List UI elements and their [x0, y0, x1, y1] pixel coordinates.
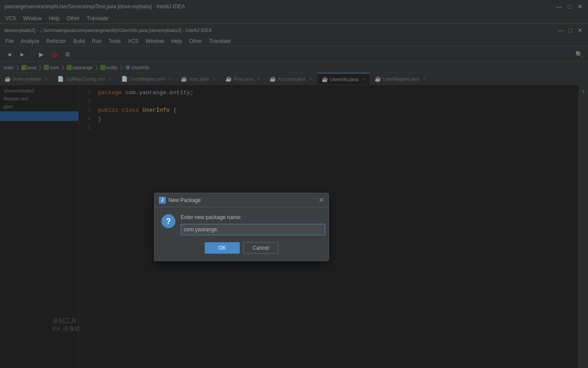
cancel-button[interactable]: Cancel [243, 242, 278, 254]
dialog-app-icon: J [159, 197, 166, 204]
dialog-title-text: New Package [168, 197, 201, 203]
package-name-input[interactable] [181, 224, 325, 235]
dialog-question-icon: ? [161, 214, 175, 228]
dialog-form: Enter new package name: [181, 214, 325, 235]
dialog-body: ? Enter new package name: OK Cancel [154, 207, 329, 261]
dialog-content: ? Enter new package name: [161, 214, 322, 235]
dialog-close-button[interactable]: ✕ [318, 197, 324, 204]
ok-button[interactable]: OK [205, 242, 240, 254]
modal-overlay: J New Package ✕ ? Enter new package name… [0, 0, 588, 368]
dialog-buttons: OK Cancel [161, 242, 322, 254]
dialog-label: Enter new package name: [181, 214, 325, 220]
dialog-title-left: J New Package [159, 197, 201, 204]
new-package-dialog: J New Package ✕ ? Enter new package name… [154, 193, 329, 261]
dialog-title-bar: J New Package ✕ [154, 193, 329, 207]
